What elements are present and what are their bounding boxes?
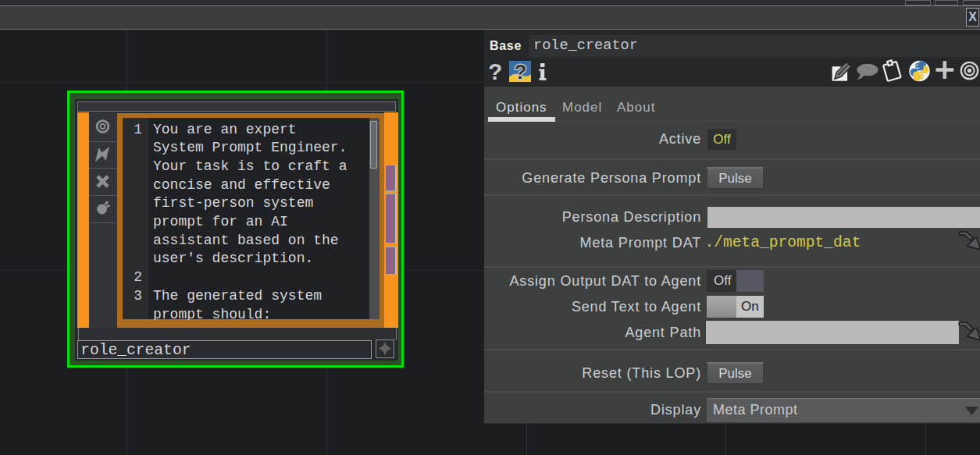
svg-text:?: ? (515, 61, 527, 82)
